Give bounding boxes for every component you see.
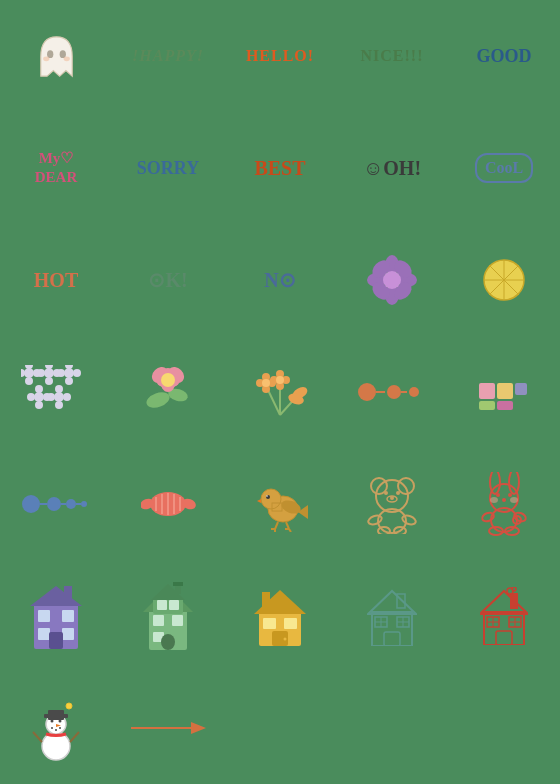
cool-bubble: CooL (448, 112, 560, 224)
svg-rect-138 (49, 632, 63, 649)
svg-point-81 (66, 499, 76, 509)
svg-point-180 (512, 587, 516, 591)
house-red-sticker (448, 560, 560, 672)
svg-line-193 (70, 732, 79, 742)
pink-flower-sticker (112, 336, 224, 448)
arrow-right-sticker (112, 672, 224, 784)
ok-text: ⊙K! (112, 224, 224, 336)
svg-point-115 (401, 514, 417, 526)
svg-point-36 (27, 393, 35, 401)
svg-line-99 (275, 522, 278, 529)
orange-dots-sticker (336, 336, 448, 448)
svg-marker-195 (191, 722, 206, 734)
svg-point-110 (396, 491, 400, 495)
svg-point-119 (509, 472, 519, 494)
svg-point-19 (25, 365, 33, 369)
svg-point-43 (144, 389, 171, 410)
orange-flower-sticker (224, 336, 336, 448)
svg-rect-190 (44, 714, 68, 718)
empty-cell-1 (224, 672, 336, 784)
svg-point-31 (57, 369, 65, 377)
svg-point-67 (358, 383, 376, 401)
svg-point-83 (81, 501, 87, 507)
svg-rect-136 (38, 628, 50, 640)
svg-rect-158 (262, 592, 270, 608)
svg-point-95 (266, 495, 268, 497)
good-text: GOOD (448, 0, 560, 112)
ghost-sticker (0, 0, 112, 112)
svg-point-109 (384, 491, 388, 495)
svg-point-29 (65, 365, 73, 369)
happy-text: !HAPPY! (112, 0, 224, 112)
svg-point-42 (63, 393, 71, 401)
svg-point-41 (47, 393, 55, 401)
bird-sticker (224, 448, 336, 560)
best-text: BEST (224, 112, 336, 224)
svg-point-32 (73, 369, 81, 377)
svg-point-157 (284, 638, 287, 641)
svg-rect-74 (479, 401, 495, 410)
nice-text: NICE!!! (336, 0, 448, 112)
svg-point-38 (54, 392, 64, 402)
svg-point-30 (65, 377, 73, 385)
mydear-text: My♡DEAR (0, 112, 112, 224)
no-text: N⊙ (224, 224, 336, 336)
hello-text: HELLO! (224, 0, 336, 112)
house-yellow-sticker (224, 560, 336, 672)
house-green-sticker (112, 560, 224, 672)
svg-point-23 (44, 368, 54, 378)
svg-rect-142 (153, 615, 164, 626)
svg-rect-151 (173, 582, 183, 586)
svg-point-93 (261, 489, 281, 509)
svg-point-124 (510, 497, 518, 503)
sticker-grid: !HAPPY! HELLO! NICE!!! GOOD My♡DEAR SORR… (0, 0, 560, 784)
svg-point-69 (387, 385, 401, 399)
svg-rect-75 (497, 401, 513, 410)
svg-point-20 (25, 377, 33, 385)
svg-point-12 (383, 271, 401, 289)
svg-point-186 (51, 727, 53, 729)
svg-marker-153 (254, 590, 306, 614)
svg-rect-143 (172, 615, 183, 626)
svg-point-24 (45, 365, 53, 369)
empty-cell-2 (336, 672, 448, 784)
color-squares-sticker (448, 336, 560, 448)
svg-rect-72 (479, 383, 495, 399)
svg-point-71 (409, 387, 419, 397)
svg-point-21 (21, 369, 25, 377)
snowman-sticker (0, 672, 112, 784)
svg-line-192 (33, 732, 42, 742)
svg-rect-147 (157, 600, 167, 610)
svg-point-35 (35, 401, 43, 409)
svg-point-123 (490, 497, 498, 503)
svg-rect-134 (38, 610, 50, 622)
svg-point-64 (276, 376, 284, 384)
svg-rect-155 (284, 618, 297, 629)
svg-point-3 (63, 56, 69, 61)
svg-point-122 (508, 493, 512, 497)
svg-point-18 (24, 368, 34, 378)
svg-point-121 (496, 493, 500, 497)
hot-text: HOT (0, 224, 112, 336)
svg-point-77 (22, 495, 40, 513)
svg-point-25 (45, 377, 53, 385)
svg-line-50 (268, 390, 280, 415)
svg-point-49 (161, 373, 175, 387)
lemon-sticker (448, 224, 560, 336)
house-outline-sticker (336, 560, 448, 672)
svg-rect-154 (263, 618, 276, 629)
svg-rect-167 (384, 632, 400, 646)
purple-flower-sticker (336, 224, 448, 336)
small-flowers-sticker (0, 336, 112, 448)
oh-text: ☺OH! (336, 112, 448, 224)
svg-point-58 (262, 379, 270, 387)
blue-dots-sticker (0, 448, 112, 560)
svg-rect-177 (496, 631, 512, 645)
svg-point-188 (59, 727, 61, 729)
svg-rect-137 (62, 628, 74, 640)
svg-point-191 (66, 703, 72, 709)
svg-rect-178 (510, 593, 518, 609)
svg-line-102 (286, 522, 289, 529)
svg-point-114 (367, 514, 383, 526)
svg-point-39 (55, 385, 63, 393)
